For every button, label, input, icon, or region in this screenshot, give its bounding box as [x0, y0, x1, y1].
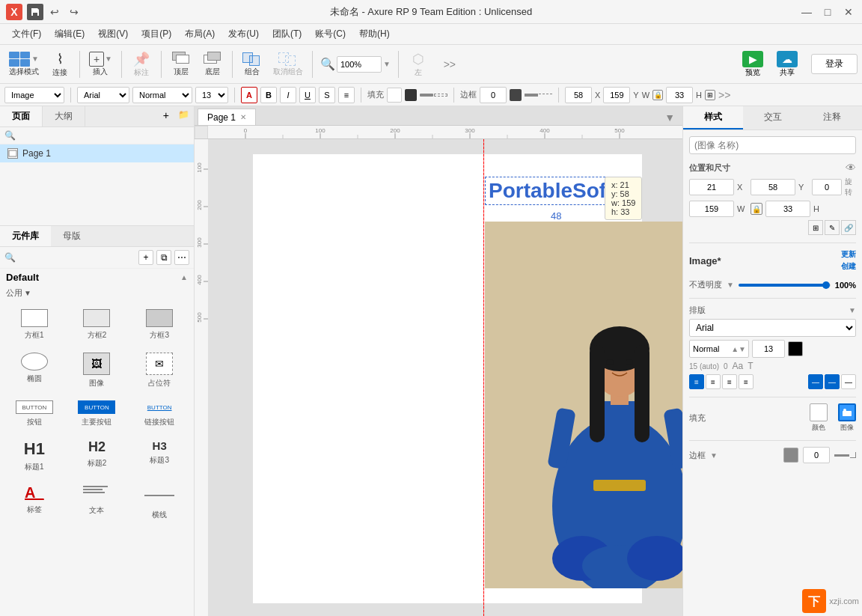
- bold-button[interactable]: B: [260, 87, 277, 103]
- top-button[interactable]: 顶层: [166, 49, 196, 79]
- more-fmt-button[interactable]: >>: [718, 89, 730, 101]
- widget-label[interactable]: A_ 标签: [4, 480, 64, 525]
- select-mode-button[interactable]: ▼ 选择模式: [4, 49, 43, 79]
- canvas-content[interactable]: PortableSoft x: 21 y: 58 w: 159 h: 33 48: [208, 139, 682, 616]
- align-tool-1[interactable]: ⊞: [808, 220, 823, 235]
- default-section-header[interactable]: Default ▲: [0, 269, 194, 286]
- portablesoft-text-element[interactable]: PortableSoft: [485, 177, 617, 205]
- underline-button[interactable]: U: [299, 87, 316, 103]
- fill-color-box[interactable]: [387, 88, 402, 103]
- menu-project[interactable]: 项目(P): [135, 25, 177, 43]
- widget-h3[interactable]: H3 标题3: [129, 435, 189, 477]
- interact-tab[interactable]: 交互: [743, 106, 803, 129]
- valign-bot-button[interactable]: —: [841, 374, 856, 389]
- fill-color-swatch[interactable]: [810, 403, 828, 421]
- lock-aspect-icon[interactable]: 🔒: [652, 90, 663, 100]
- valign-top-button[interactable]: —: [808, 374, 823, 389]
- align-left-button[interactable]: ≡: [689, 374, 704, 389]
- text-style-icon[interactable]: Aa: [733, 361, 744, 371]
- border-solid-style[interactable]: [834, 454, 849, 457]
- border-solid[interactable]: [525, 94, 538, 97]
- border-thickness-input[interactable]: [803, 447, 830, 463]
- width-input[interactable]: [689, 201, 734, 217]
- widget-placeholder[interactable]: ✉ 占位符: [129, 348, 189, 393]
- italic-button[interactable]: I: [280, 87, 296, 103]
- border-style-dropdown[interactable]: [850, 452, 856, 458]
- more-tools-button[interactable]: >>: [435, 56, 465, 73]
- menu-account[interactable]: 账号(C): [309, 25, 352, 43]
- widget-textblock[interactable]: 文本: [67, 480, 127, 525]
- redo-icon[interactable]: ↪: [66, 4, 82, 20]
- lock-wh-icon[interactable]: 🔒: [751, 203, 762, 215]
- valign-mid-button[interactable]: —: [825, 374, 840, 389]
- list-button[interactable]: ≡: [338, 87, 355, 103]
- element-type-select[interactable]: Image: [4, 87, 64, 103]
- group-button[interactable]: 组合: [237, 49, 267, 79]
- menu-edit[interactable]: 编辑(E): [49, 25, 91, 43]
- y-input[interactable]: [603, 87, 630, 103]
- canvas-tab-close[interactable]: ✕: [240, 113, 246, 121]
- minimize-button[interactable]: —: [799, 4, 814, 19]
- login-button[interactable]: 登录: [811, 54, 858, 74]
- font-family-select[interactable]: Arial: [689, 319, 856, 337]
- widget-box2[interactable]: 方框2: [67, 305, 127, 345]
- page-options-icon[interactable]: 📁: [174, 106, 194, 126]
- widget-ellipse[interactable]: 椭圆: [4, 348, 64, 393]
- image-actions[interactable]: 更新 创建: [841, 249, 856, 272]
- opacity-dropdown-icon[interactable]: ▼: [727, 281, 734, 289]
- border-dropdown-icon[interactable]: ▼: [710, 451, 718, 460]
- bottom-button[interactable]: 底层: [198, 49, 227, 79]
- text-color-button[interactable]: A: [241, 87, 257, 103]
- page-1-item[interactable]: Page 1: [0, 144, 194, 162]
- widget-link-button[interactable]: BUTTON 链接按钮: [129, 396, 189, 432]
- insert-button[interactable]: + ▼ 插入: [85, 49, 117, 79]
- menu-view[interactable]: 视图(V): [92, 25, 134, 43]
- master-tab[interactable]: 母版: [51, 226, 93, 246]
- font-size-input[interactable]: [752, 340, 785, 358]
- border-color-swatch[interactable]: [783, 448, 798, 463]
- widget-h1[interactable]: H1 标题1: [4, 435, 64, 477]
- resize-icon[interactable]: ⊞: [705, 90, 715, 100]
- lib-copy-button[interactable]: ⧉: [156, 250, 171, 265]
- undo-icon[interactable]: ↩: [46, 4, 63, 20]
- fill-image-swatch[interactable]: [838, 403, 856, 421]
- share-button[interactable]: ☁ 共享: [771, 49, 804, 80]
- font-color-box[interactable]: [788, 341, 803, 356]
- fill-solid[interactable]: [420, 94, 433, 97]
- widget-box1[interactable]: 方框1: [4, 305, 64, 345]
- element-name-input[interactable]: [689, 136, 856, 154]
- connect-button[interactable]: ⌇ 连接: [45, 49, 75, 80]
- note-button[interactable]: 📌 标注: [126, 49, 156, 80]
- align-justify-button[interactable]: ≡: [739, 374, 754, 389]
- preview-button[interactable]: ▶ 预览: [736, 49, 769, 80]
- canvas-tab-arrow[interactable]: ▼: [660, 110, 679, 125]
- lib-tab[interactable]: 元件库: [0, 226, 51, 246]
- font-dropdown-icon[interactable]: ▼: [849, 306, 856, 314]
- lib-more-button[interactable]: ⋯: [174, 250, 189, 265]
- widget-box3[interactable]: 方框3: [129, 305, 189, 345]
- visibility-icon[interactable]: 👁: [846, 162, 856, 174]
- border-value-input[interactable]: [480, 87, 507, 103]
- zoom-control[interactable]: 🔍 100% ▼: [317, 56, 394, 73]
- widget-hline[interactable]: 横线: [129, 480, 189, 525]
- widget-image[interactable]: 🖼 图像: [67, 348, 127, 393]
- widget-button[interactable]: BUTTON 按钮: [4, 396, 64, 432]
- height-input[interactable]: [765, 201, 810, 217]
- outline-tab[interactable]: 大纲: [43, 106, 85, 126]
- position-y-input[interactable]: [751, 179, 795, 195]
- menu-help[interactable]: 帮助(H): [353, 25, 396, 43]
- save-icon[interactable]: [27, 4, 43, 20]
- widget-h2[interactable]: H2 标题2: [67, 435, 127, 477]
- strikethrough-button[interactable]: S: [319, 87, 335, 103]
- font-select[interactable]: Arial: [77, 87, 129, 103]
- border-dashed[interactable]: [539, 94, 552, 97]
- canvas-tab-page1[interactable]: Page 1 ✕: [198, 109, 256, 125]
- fill-dashed[interactable]: [434, 94, 447, 97]
- menu-publish[interactable]: 发布(U): [222, 25, 265, 43]
- maximize-button[interactable]: □: [820, 4, 835, 19]
- left-align-button[interactable]: ⬡ 左: [403, 49, 433, 80]
- align-tool-3[interactable]: 🔗: [841, 220, 856, 235]
- size-select[interactable]: 13: [195, 87, 228, 103]
- person-image[interactable]: [485, 222, 682, 588]
- align-right-button[interactable]: ≡: [722, 374, 737, 389]
